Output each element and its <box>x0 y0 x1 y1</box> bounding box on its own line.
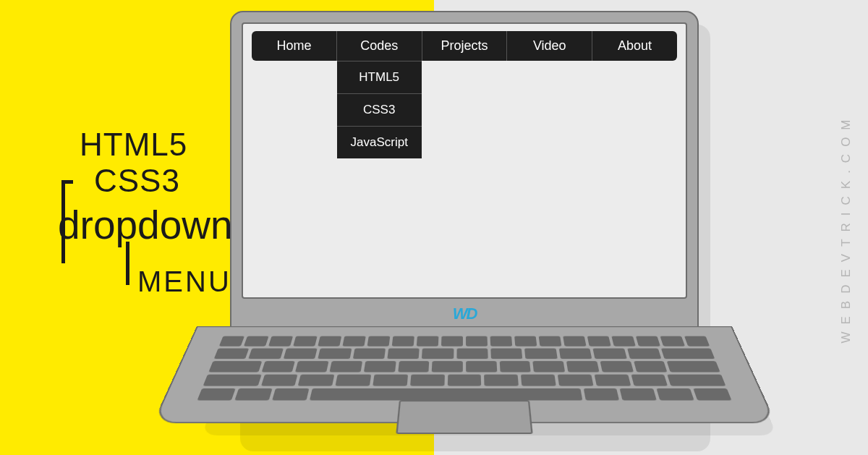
laptop-lid: Home Codes HTML5 CSS3 JavaScript <box>230 11 699 329</box>
key <box>660 336 685 346</box>
nav-label: Codes <box>360 38 398 53</box>
key <box>668 375 726 386</box>
nav-item-video[interactable]: Video <box>507 31 592 61</box>
key <box>295 361 328 372</box>
key <box>432 361 463 372</box>
spacebar <box>309 388 582 401</box>
nav-label: About <box>618 38 652 53</box>
key <box>524 349 557 360</box>
title-line-1: HTML5 <box>80 127 233 163</box>
key <box>392 336 414 346</box>
laptop-logo: WD <box>453 305 477 323</box>
key <box>558 375 594 386</box>
key <box>484 375 519 386</box>
key <box>398 361 430 372</box>
laptop-base <box>153 326 776 423</box>
key <box>298 375 334 386</box>
key <box>387 349 420 360</box>
dropdown-item-javascript[interactable]: JavaScript <box>337 126 422 158</box>
nav-item-about[interactable]: About <box>592 31 677 61</box>
key <box>490 336 513 346</box>
key <box>593 349 627 360</box>
key <box>636 336 660 346</box>
dropdown-item-css3[interactable]: CSS3 <box>337 93 422 126</box>
dropdown-label: CSS3 <box>363 103 395 116</box>
key <box>456 349 488 360</box>
key <box>329 361 362 372</box>
key <box>318 349 351 360</box>
laptop-screen: Home Codes HTML5 CSS3 JavaScript <box>242 22 687 299</box>
key <box>219 336 244 346</box>
key <box>657 388 694 401</box>
key <box>318 336 341 346</box>
nav-item-home[interactable]: Home <box>252 31 337 61</box>
dropdown-codes: HTML5 CSS3 JavaScript <box>337 61 422 158</box>
watermark: WEBDEVTRICK.COM <box>839 112 854 343</box>
title-line-3: dropdown <box>58 202 233 248</box>
key <box>587 336 611 346</box>
key <box>417 336 439 346</box>
key <box>466 336 488 346</box>
title-line-2: CSS3 <box>94 163 233 199</box>
key <box>627 349 662 360</box>
navbar: Home Codes HTML5 CSS3 JavaScript <box>252 31 677 61</box>
key <box>261 361 295 372</box>
keyboard <box>197 336 732 401</box>
key <box>667 361 720 372</box>
key <box>684 336 710 346</box>
key <box>631 375 668 386</box>
decorative-stem <box>126 242 129 285</box>
key <box>594 375 630 386</box>
key <box>566 361 599 372</box>
nav-label: Video <box>533 38 566 53</box>
key <box>634 361 668 372</box>
key <box>268 336 293 346</box>
key <box>208 361 262 372</box>
key <box>410 375 445 386</box>
key <box>234 388 272 401</box>
key <box>203 375 262 386</box>
laptop: Home Codes HTML5 CSS3 JavaScript <box>230 11 699 451</box>
key <box>514 336 537 346</box>
key <box>293 336 317 346</box>
key <box>272 388 309 401</box>
key <box>447 375 481 386</box>
nav-label: Home <box>276 38 311 53</box>
key <box>284 349 318 360</box>
key <box>197 388 236 401</box>
key <box>441 336 463 346</box>
key <box>600 361 633 372</box>
key <box>521 375 556 386</box>
key <box>558 349 592 360</box>
key <box>490 349 522 360</box>
nav-item-projects[interactable]: Projects <box>422 31 508 61</box>
key <box>260 375 297 386</box>
key <box>661 349 715 360</box>
key <box>583 388 619 401</box>
key <box>422 349 454 360</box>
nav-item-codes[interactable]: Codes HTML5 CSS3 JavaScript <box>337 31 422 61</box>
key <box>352 349 386 360</box>
nav-label: Projects <box>441 38 488 53</box>
key <box>244 336 269 346</box>
key <box>693 388 731 401</box>
key <box>499 361 531 372</box>
key <box>249 349 284 360</box>
page-title: HTML5 CSS3 dropdown MENU <box>58 127 233 298</box>
key <box>533 361 566 372</box>
trackpad <box>396 401 532 434</box>
key <box>214 349 250 360</box>
key <box>364 361 396 372</box>
title-line-4: MENU <box>137 265 233 298</box>
key <box>563 336 586 346</box>
dropdown-label: HTML5 <box>359 70 399 84</box>
key <box>367 336 391 346</box>
key <box>336 375 372 386</box>
key <box>342 336 365 346</box>
key <box>539 336 562 346</box>
dropdown-item-html5[interactable]: HTML5 <box>337 61 422 93</box>
dropdown-label: JavaScript <box>351 135 408 149</box>
key <box>466 361 497 372</box>
key <box>373 375 408 386</box>
key <box>611 336 635 346</box>
